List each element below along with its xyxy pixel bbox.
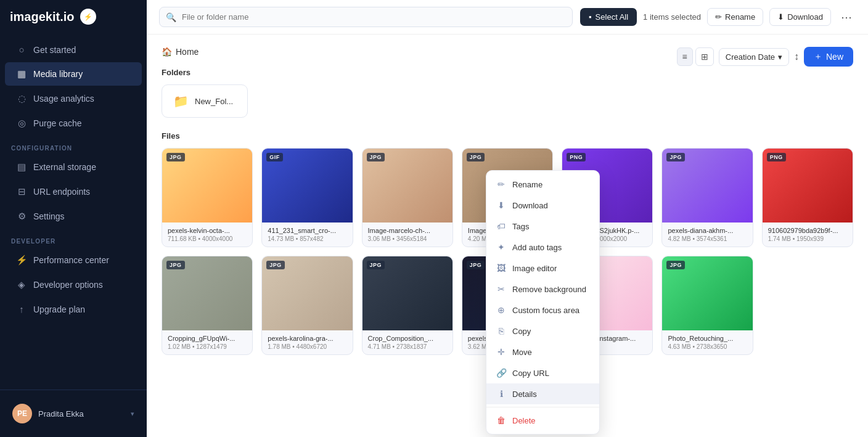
folder-name: New_Fol... — [195, 97, 233, 106]
file-name: 910602979bda92b9f-... — [768, 227, 847, 234]
files-section-label: Files — [162, 131, 853, 141]
menu-item-label: Delete — [512, 416, 536, 425]
sidebar-item-developer-options[interactable]: ◈ Developer options — [5, 273, 142, 296]
focus-area-menu-icon: ⊕ — [496, 305, 506, 315]
sidebar-item-label: Settings — [33, 211, 65, 221]
folder-item[interactable]: 📁 New_Fol... — [162, 84, 248, 118]
sidebar-item-upgrade-plan[interactable]: ↑ Upgrade plan — [5, 298, 142, 321]
menu-item-delete[interactable]: 🗑 Delete — [486, 410, 599, 431]
details-menu-icon: ℹ — [496, 389, 506, 399]
url-endpoints-icon: ⊟ — [16, 186, 27, 197]
sidebar-item-settings[interactable]: ⚙ Settings — [5, 205, 142, 228]
menu-item-label: Image editor — [512, 264, 557, 273]
search-input[interactable] — [159, 7, 573, 27]
menu-item-label: Download — [512, 201, 548, 210]
menu-item-label: Details — [512, 390, 537, 399]
file-meta: 4.82 MB • 3574x5361 — [668, 235, 747, 242]
file-card[interactable]: JPG pexels-karolina-gra-... 1.78 MB • 44… — [261, 256, 353, 355]
context-menu: ✏ Rename ⬇ Download 🏷 Tags ✦ Add auto ta… — [486, 170, 600, 435]
sidebar-item-url-endpoints[interactable]: ⊟ URL endpoints — [5, 180, 142, 203]
file-card[interactable]: PNG 910602979bda92b9f-... 1.74 MB • 1950… — [762, 148, 853, 247]
select-all-button[interactable]: ▪ Select All — [580, 8, 637, 26]
upgrade-icon: ↑ — [16, 304, 27, 314]
media-library-icon: ▦ — [16, 68, 27, 80]
settings-icon: ⚙ — [16, 211, 27, 222]
topbar-actions: ▪ Select All 1 items selected ✏ Rename ⬇… — [580, 8, 856, 27]
menu-item-custom-focus-area[interactable]: ⊕ Custom focus area — [486, 300, 599, 321]
sidebar-item-usage-analytics[interactable]: ◌ Usage analytics — [5, 87, 142, 110]
menu-item-rename[interactable]: ✏ Rename — [486, 174, 599, 195]
menu-item-copy[interactable]: ⎘ Copy — [486, 321, 599, 341]
menu-item-details[interactable]: ℹ Details — [486, 383, 599, 404]
topbar: 🔍 ▪ Select All 1 items selected ✏ Rename… — [147, 0, 868, 35]
file-meta: 1.74 MB • 1950x939 — [768, 235, 847, 242]
copy-url-menu-icon: 🔗 — [496, 368, 506, 378]
sidebar-nav: ○ Get started ▦ Media library ◌ Usage an… — [0, 33, 147, 390]
menu-item-label: Copy — [512, 327, 531, 336]
file-card[interactable]: JPG Image-marcelo-ch-... 3.06 MB • 3456x… — [362, 148, 453, 247]
sidebar-item-get-started[interactable]: ○ Get started — [5, 38, 142, 61]
more-options-button[interactable]: ⋯ — [837, 8, 856, 27]
file-card[interactable]: JPG Cropping_gFUpqWi-... 1.02 MB • 1287x… — [162, 256, 253, 355]
sidebar: imagekit.io ⚡ ○ Get started ▦ Media libr… — [0, 0, 147, 437]
sidebar-item-performance-center[interactable]: ⚡ Performance center — [5, 248, 142, 272]
sort-dropdown[interactable]: Creation Date ▾ — [719, 48, 789, 66]
menu-item-download[interactable]: ⬇ Download — [486, 195, 599, 216]
select-all-checkbox: ▪ — [589, 12, 592, 22]
menu-item-label: Remove background — [512, 285, 586, 294]
usage-analytics-icon: ◌ — [16, 93, 27, 104]
new-button[interactable]: ＋ New — [804, 47, 853, 67]
menu-item-move[interactable]: ✛ Move — [486, 341, 599, 362]
sidebar-item-external-storage[interactable]: ▤ External storage — [5, 155, 142, 179]
menu-item-tags[interactable]: 🏷 Tags — [486, 216, 599, 237]
file-type-badge: JPG — [666, 261, 685, 269]
file-meta: 4.63 MB • 2738x3650 — [668, 343, 747, 350]
user-name: Pradita Ekka — [38, 409, 125, 419]
sort-order-toggle[interactable]: ↕ — [794, 51, 799, 62]
sidebar-item-purge-cache[interactable]: ◎ Purge cache — [5, 112, 142, 135]
search-icon: 🔍 — [166, 12, 176, 22]
file-meta: 711.68 KB • 4000x4000 — [168, 235, 247, 242]
sort-chevron-icon: ▾ — [778, 52, 782, 62]
file-name: pexels-kelvin-octa-... — [168, 227, 247, 234]
menu-item-image-editor[interactable]: 🖼 Image editor — [486, 258, 599, 279]
menu-item-label: Tags — [512, 222, 529, 231]
file-card[interactable]: JPG pexels-kelvin-octa-... 711.68 KB • 4… — [162, 148, 253, 247]
file-card[interactable]: JPG pexels-diana-akhm-... 4.82 MB • 3574… — [661, 148, 753, 247]
sidebar-item-label: Get started — [33, 45, 76, 55]
performance-center-icon: ⚡ — [16, 255, 27, 266]
menu-item-copy-url[interactable]: 🔗 Copy URL — [486, 362, 599, 383]
file-card[interactable]: JPG Photo_Retouching_... 4.63 MB • 2738x… — [661, 256, 753, 355]
grid-view-button[interactable]: ⊞ — [695, 47, 714, 66]
search-wrap: 🔍 — [159, 7, 573, 27]
rename-button[interactable]: ✏ Rename — [707, 8, 763, 26]
file-name: Image-marcelo-ch-... — [368, 227, 447, 234]
move-menu-icon: ✛ — [496, 347, 506, 357]
file-name: pexels-diana-akhm-... — [668, 227, 747, 234]
file-card[interactable]: GIF 411_231_smart_cro-... 14.73 MB • 857… — [261, 148, 353, 247]
file-type-badge: PNG — [567, 153, 586, 161]
sidebar-item-label: Usage analytics — [33, 94, 94, 104]
file-type-badge: GIF — [266, 153, 283, 161]
auto-tags-menu-icon: ✦ — [496, 242, 506, 252]
configuration-section-label: CONFIGURATION — [0, 136, 147, 154]
rename-menu-icon: ✏ — [496, 179, 506, 189]
file-type-badge: JPG — [467, 153, 485, 161]
sort-label: Creation Date — [726, 52, 775, 62]
file-name: Cropping_gFUpqWi-... — [168, 335, 247, 342]
breadcrumb-home: Home — [176, 47, 199, 57]
content-area: 🏠 Home ≡ ⊞ Creation Date ▾ ↕ ＋ New Folde… — [147, 35, 868, 437]
file-card[interactable]: JPG Crop_Composition_... 4.71 MB • 2738x… — [362, 256, 453, 355]
user-profile[interactable]: PE Pradita Ekka ▾ — [5, 398, 142, 430]
sidebar-item-media-library[interactable]: ▦ Media library — [5, 62, 142, 86]
logo-area: imagekit.io ⚡ — [0, 0, 147, 33]
menu-item-label: Copy URL — [512, 369, 549, 378]
menu-item-add-auto-tags[interactable]: ✦ Add auto tags — [486, 237, 599, 258]
menu-item-remove-background[interactable]: ✂ Remove background — [486, 279, 599, 300]
file-type-badge: JPG — [166, 261, 185, 269]
file-name: Photo_Retouching_... — [668, 335, 747, 342]
list-view-button[interactable]: ≡ — [677, 47, 693, 66]
file-meta: 3.06 MB • 3456x5184 — [368, 235, 447, 242]
menu-item-label: Add auto tags — [512, 243, 562, 252]
download-button[interactable]: ⬇ Download — [769, 8, 831, 26]
